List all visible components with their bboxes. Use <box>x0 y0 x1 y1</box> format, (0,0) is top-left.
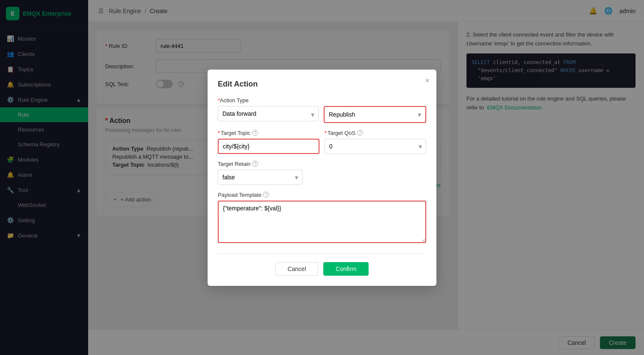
payload-template-section: Payload Template ? {"temperature": ${val… <box>218 192 426 245</box>
target-qos-dropdown[interactable]: 0 1 2 <box>325 139 426 154</box>
target-topic-input[interactable] <box>218 139 319 154</box>
modal-close-button[interactable]: × <box>425 76 430 85</box>
target-topic-wrap: * Target Topic ? <box>218 130 319 154</box>
target-retain-dropdown[interactable]: false true <box>218 170 303 185</box>
payload-template-input[interactable]: {"temperature": ${val}} <box>218 201 426 243</box>
target-topic-qos-row: * Target Topic ? * Target QoS ? 0 1 2 <box>218 130 426 154</box>
modal-footer: Cancel Confirm <box>218 262 426 276</box>
target-topic-help-icon[interactable]: ? <box>252 130 258 136</box>
target-qos-wrap: * Target QoS ? 0 1 2 ▾ <box>325 130 426 154</box>
modal-overlay[interactable]: Edit Action × Action Type Data forward ▾… <box>0 0 644 355</box>
modal-title: Edit Action <box>218 80 426 89</box>
modal-divider <box>218 253 426 254</box>
republish-select-wrap: Republish ▾ <box>324 106 426 123</box>
payload-template-help-icon[interactable]: ? <box>263 192 269 198</box>
target-retain-section: Target Retain ? false true ▾ <box>218 161 426 185</box>
modal-cancel-button[interactable]: Cancel <box>275 262 319 276</box>
target-qos-help-icon[interactable]: ? <box>357 130 363 136</box>
target-qos-select-wrap: 0 1 2 ▾ <box>325 139 426 154</box>
republish-dropdown[interactable]: Republish <box>325 107 425 122</box>
target-retain-select-wrap: false true ▾ <box>218 170 303 185</box>
action-type-select-wrap: Data forward ▾ <box>218 106 319 123</box>
edit-action-modal: Edit Action × Action Type Data forward ▾… <box>208 70 436 286</box>
target-topic-label-row: * Target Topic ? <box>218 130 319 136</box>
target-retain-help-icon[interactable]: ? <box>252 161 258 167</box>
modal-confirm-button[interactable]: Confirm <box>323 262 369 276</box>
action-type-label: Action Type <box>218 97 426 103</box>
action-type-dropdown[interactable]: Data forward <box>218 106 319 121</box>
target-qos-label-row: * Target QoS ? <box>325 130 426 136</box>
